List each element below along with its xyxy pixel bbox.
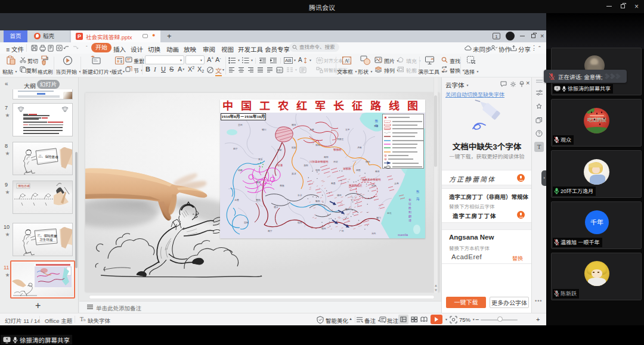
svg-text:东海: 东海 [416,189,419,203]
svg-text:武汉: 武汉 [292,172,296,175]
svg-text:川陕革命根据地: 川陕革命根据地 [309,160,329,163]
svg-text:天津: 天津 [374,125,379,128]
svg-text:大理: 大理 [234,198,239,201]
svg-text:长沙: 长沙 [298,194,302,197]
svg-text:信阳: 信阳 [315,169,320,172]
svg-text:南阳: 南阳 [324,156,329,158]
svg-text:洛阳: 洛阳 [304,164,308,167]
svg-text:中央革命根据地: 中央革命根据地 [362,178,381,181]
svg-text:西宁: 西宁 [233,147,238,150]
svg-text:成都: 成都 [238,169,243,172]
svg-text:徐州: 徐州 [366,160,370,163]
svg-text:台北: 台北 [387,212,392,215]
svg-text:天水: 天水 [258,158,263,161]
svg-text:松潘: 松潘 [277,164,283,167]
svg-text:南京: 南京 [375,170,380,173]
svg-text:昆明: 昆明 [244,221,249,224]
svg-text:银川: 银川 [262,128,267,131]
svg-text:A: A [345,58,349,64]
svg-text:衡阳: 衡阳 [315,200,320,203]
svg-text:梧州: 梧州 [321,227,326,230]
svg-text:上海: 上海 [394,182,399,185]
svg-text:济南: 济南 [357,146,362,149]
svg-text:A: A [443,68,445,72]
svg-text:桂林: 桂林 [298,221,302,224]
svg-text:卫生环境: 卫生环境 [39,238,53,242]
svg-text:郑州: 郑州 [315,144,320,147]
svg-text:闽浙赣系区: 闽浙赣系区 [349,184,363,187]
svg-text:石家庄: 石家庄 [337,138,344,141]
svg-text:恩施: 恩施 [280,184,284,187]
svg-text:贵阳: 贵阳 [256,198,261,201]
svg-text:太原: 太原 [309,128,314,131]
svg-text:南昌: 南昌 [331,182,336,185]
svg-text:西安: 西安 [277,148,282,151]
svg-text:遵义: 遵义 [274,206,278,209]
svg-text:长征胜利翻译: 长征胜利翻译 [408,197,411,222]
svg-text:汕头: 汕头 [371,232,376,235]
svg-text:南宁: 南宁 [268,229,273,232]
svg-text:赣州: 赣州 [337,194,342,197]
svg-text:延安: 延安 [292,146,296,149]
svg-text:合肥: 合肥 [356,169,361,172]
svg-text:开封: 开封 [333,160,338,163]
svg-text:保险思维: 保险思维 [18,184,30,188]
svg-text:湘鄂赣: 湘鄂赣 [343,167,351,170]
svg-text:鄂豫皖: 鄂豫皖 [333,148,342,151]
svg-text:兰州: 兰州 [238,123,243,126]
svg-text:榆林: 榆林 [292,123,296,126]
svg-text:杭州: 杭州 [371,184,376,187]
svg-text:北平: 北平 [345,128,350,131]
svg-text:福州: 福州 [345,208,350,211]
svg-text:xuexila: xuexila [398,233,408,237]
svg-text:厦门: 厦门 [376,216,381,219]
svg-text:重庆: 重庆 [256,181,261,184]
svg-text:广州: 广州 [339,229,344,232]
